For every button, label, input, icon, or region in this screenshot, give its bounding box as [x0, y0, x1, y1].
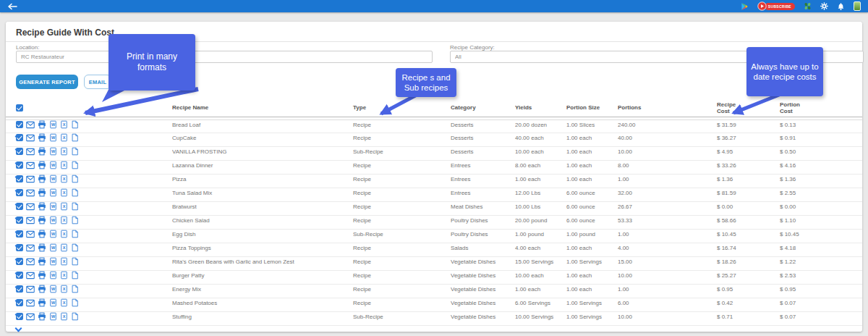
pdf-file-icon[interactable]	[71, 230, 79, 238]
pdf-file-icon[interactable]	[71, 133, 79, 142]
pdf-file-icon[interactable]	[71, 120, 79, 129]
excel-file-icon[interactable]: X	[60, 161, 68, 169]
play-store-icon[interactable]	[741, 1, 749, 12]
word-file-icon[interactable]: W	[49, 285, 57, 293]
excel-file-icon[interactable]: X	[60, 271, 68, 280]
youtube-subscribe-badge[interactable]: SUBSCRIBE	[757, 1, 795, 12]
email-icon[interactable]	[26, 230, 35, 238]
word-file-icon[interactable]: W	[49, 312, 57, 321]
word-file-icon[interactable]: W	[49, 188, 57, 197]
word-file-icon[interactable]: W	[49, 298, 57, 307]
word-file-icon[interactable]: W	[49, 243, 57, 252]
select-checkbox[interactable]	[16, 313, 23, 320]
excel-file-icon[interactable]: X	[60, 230, 68, 238]
pdf-file-icon[interactable]	[71, 175, 79, 183]
excel-file-icon[interactable]: X	[60, 175, 68, 183]
excel-file-icon[interactable]: X	[60, 298, 68, 307]
select-checkbox[interactable]	[16, 134, 23, 141]
word-file-icon[interactable]: W	[49, 216, 57, 224]
excel-file-icon[interactable]: X	[60, 147, 68, 156]
select-checkbox[interactable]	[16, 203, 23, 210]
select-all-checkbox[interactable]	[16, 104, 23, 112]
back-arrow-icon[interactable]	[7, 1, 17, 12]
select-checkbox[interactable]	[16, 272, 23, 279]
print-icon[interactable]	[38, 243, 46, 252]
print-icon[interactable]	[38, 312, 46, 321]
pdf-file-icon[interactable]	[71, 202, 79, 211]
select-checkbox[interactable]	[16, 230, 23, 238]
excel-file-icon[interactable]: X	[60, 133, 68, 142]
print-icon[interactable]	[38, 161, 46, 169]
email-icon[interactable]	[26, 285, 35, 293]
word-file-icon[interactable]: W	[49, 161, 57, 169]
email-icon[interactable]	[26, 203, 35, 211]
excel-file-icon[interactable]: X	[60, 257, 68, 266]
email-icon[interactable]	[26, 217, 35, 224]
email-icon[interactable]	[26, 161, 35, 169]
email-icon[interactable]	[26, 313, 35, 321]
word-file-icon[interactable]: W	[49, 175, 57, 183]
settings-gear-icon[interactable]	[820, 1, 828, 12]
word-file-icon[interactable]: W	[49, 120, 57, 129]
pdf-file-icon[interactable]	[71, 161, 79, 169]
word-file-icon[interactable]: W	[49, 230, 57, 238]
select-checkbox[interactable]	[16, 175, 23, 182]
print-icon[interactable]	[38, 175, 46, 183]
email-icon[interactable]	[26, 175, 35, 183]
print-icon[interactable]	[38, 257, 46, 266]
notifications-bell-icon[interactable]	[837, 1, 845, 12]
select-checkbox[interactable]	[16, 121, 23, 128]
email-icon[interactable]	[26, 272, 35, 280]
user-avatar[interactable]	[854, 1, 861, 12]
word-file-icon[interactable]: W	[49, 271, 57, 280]
excel-file-icon[interactable]: X	[60, 188, 68, 197]
email-icon[interactable]	[26, 148, 35, 156]
word-file-icon[interactable]: W	[49, 133, 57, 142]
pdf-file-icon[interactable]	[71, 298, 79, 307]
pdf-file-icon[interactable]	[71, 216, 79, 224]
pdf-file-icon[interactable]	[71, 285, 79, 293]
print-icon[interactable]	[38, 188, 46, 197]
excel-file-icon[interactable]: X	[60, 285, 68, 293]
pdf-file-icon[interactable]	[71, 257, 79, 266]
print-icon[interactable]	[38, 285, 46, 293]
word-file-icon[interactable]: W	[49, 257, 57, 266]
email-button[interactable]: EMAIL	[84, 75, 111, 89]
print-icon[interactable]	[38, 298, 46, 307]
green-app-icon[interactable]	[804, 1, 812, 12]
pdf-file-icon[interactable]	[71, 188, 79, 197]
pdf-file-icon[interactable]	[71, 243, 79, 252]
select-checkbox[interactable]	[16, 285, 23, 293]
excel-file-icon[interactable]: X	[60, 202, 68, 211]
select-checkbox[interactable]	[16, 244, 23, 251]
print-icon[interactable]	[38, 202, 46, 211]
pdf-file-icon[interactable]	[71, 147, 79, 156]
email-icon[interactable]	[26, 244, 35, 252]
email-icon[interactable]	[26, 299, 35, 307]
excel-file-icon[interactable]: X	[60, 216, 68, 224]
select-checkbox[interactable]	[16, 189, 23, 196]
email-icon[interactable]	[26, 189, 35, 197]
select-checkbox[interactable]	[16, 258, 23, 265]
excel-file-icon[interactable]: X	[60, 312, 68, 321]
pdf-file-icon[interactable]	[71, 312, 79, 321]
select-checkbox[interactable]	[16, 161, 23, 169]
print-icon[interactable]	[38, 271, 46, 280]
word-file-icon[interactable]: W	[49, 147, 57, 156]
print-icon[interactable]	[38, 133, 46, 142]
print-icon[interactable]	[38, 120, 46, 129]
excel-file-icon[interactable]: X	[60, 120, 68, 129]
print-icon[interactable]	[38, 230, 46, 238]
pdf-file-icon[interactable]	[71, 271, 79, 280]
word-file-icon[interactable]: W	[49, 202, 57, 211]
email-icon[interactable]	[26, 258, 35, 266]
generate-report-button[interactable]: GENERATE REPORT	[16, 75, 78, 89]
print-icon[interactable]	[38, 147, 46, 156]
email-icon[interactable]	[26, 134, 35, 142]
select-checkbox[interactable]	[16, 148, 23, 155]
expand-chevron-down-icon[interactable]	[15, 325, 22, 332]
select-checkbox[interactable]	[16, 217, 23, 224]
email-icon[interactable]	[26, 121, 35, 129]
print-icon[interactable]	[38, 216, 46, 224]
excel-file-icon[interactable]: X	[60, 243, 68, 252]
